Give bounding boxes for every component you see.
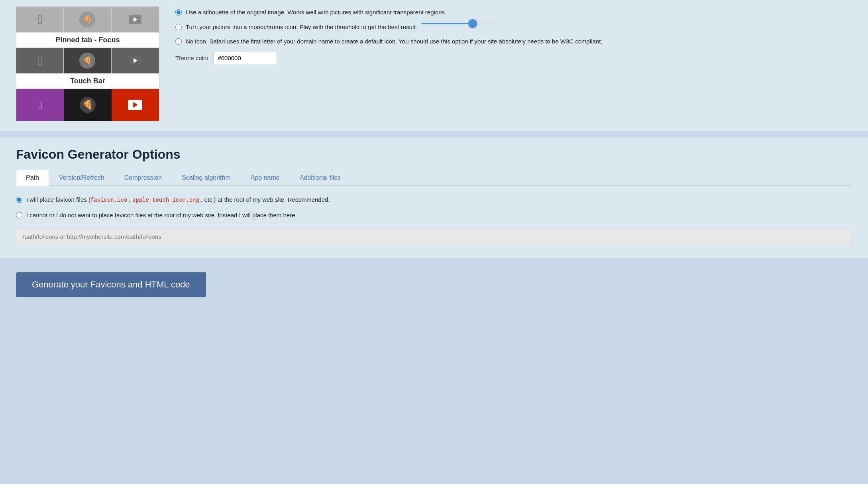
radio-path-custom[interactable]: [16, 212, 22, 218]
preview-panel:  🍕 Pinned tab - Focus  🍕: [16, 6, 159, 121]
tab-version[interactable]: Version/Refresh: [49, 170, 114, 185]
pinned-tab-label: Pinned tab - Focus: [16, 33, 159, 48]
path-option-root: I will place favicon files (favicon.ico …: [16, 195, 852, 205]
theme-color-label: Theme color: [175, 55, 208, 61]
tab-scaling[interactable]: Scaling algorithm: [172, 170, 241, 185]
radio-path-root[interactable]: [16, 197, 22, 203]
touch-bar-lion: 🍕: [64, 89, 111, 121]
radio-noicon-label: No icon. Safari uses the first letter of…: [186, 37, 603, 46]
path-option-custom-text: I cannot or I do not want to place favic…: [26, 211, 297, 220]
preview-cell-apple-dark: : [16, 48, 64, 73]
tab-additional[interactable]: Additional files: [290, 170, 351, 185]
custom-path-input[interactable]: [16, 228, 852, 245]
threshold-slider-fill: [421, 23, 473, 24]
generate-section: Generate your Favicons and HTML code: [0, 264, 868, 309]
threshold-slider-track: [421, 23, 501, 24]
radio-noicon[interactable]: [175, 38, 182, 45]
tabs-row: Path Version/Refresh Compression Scaling…: [16, 170, 852, 186]
tab-content-path: I will place favicon files (favicon.ico …: [16, 194, 852, 247]
threshold-slider-container: [421, 23, 501, 24]
options-panel: Use a silhouette of the original image. …: [175, 6, 852, 64]
preview-cell-youtube-dark: [112, 48, 159, 73]
tab-path[interactable]: Path: [16, 170, 49, 186]
favicon-options-title: Favicon Generator Options: [16, 147, 852, 162]
preview-cell-apple-light: : [16, 7, 64, 32]
radio-silhouette[interactable]: [175, 9, 182, 16]
preview-cell-youtube-light: [112, 7, 159, 32]
radio-option-silhouette: Use a silhouette of the original image. …: [175, 8, 852, 17]
path-sep: ,: [127, 196, 132, 203]
path-option-custom: I cannot or I do not want to place favic…: [16, 211, 852, 220]
radio-option-monochrome: Turn your picture into a monochrome icon…: [175, 23, 852, 32]
touch-bar-youtube: [112, 89, 159, 121]
tab-compression[interactable]: Compression: [114, 170, 172, 185]
favicon-options-section: Favicon Generator Options Path Version/R…: [0, 138, 868, 258]
top-section:  🍕 Pinned tab - Focus  🍕: [0, 0, 868, 131]
preview-cell-lion-light: 🍕: [64, 7, 111, 32]
touch-bar-apple: : [16, 89, 64, 121]
radio-monochrome-label: Turn your picture into a monochrome icon…: [186, 23, 417, 32]
tab-appname[interactable]: App name: [241, 170, 290, 185]
threshold-slider-thumb[interactable]: [468, 19, 477, 28]
path-option-pre: I will place favicon files (: [26, 196, 90, 203]
preview-cell-lion-dark: 🍕: [64, 48, 111, 73]
radio-monochrome[interactable]: [175, 24, 182, 30]
path-option-post: , etc.) at the root of my web site. Reco…: [199, 196, 330, 203]
theme-color-input[interactable]: [213, 52, 277, 64]
path-option-root-text: I will place favicon files (favicon.ico …: [26, 195, 330, 205]
theme-color-row: Theme color: [175, 52, 852, 64]
touch-bar-label: Touch Bar: [16, 74, 159, 89]
apple-touch-code: apple-touch-icon.png: [132, 197, 199, 203]
generate-button[interactable]: Generate your Favicons and HTML code: [16, 272, 206, 297]
touch-bar-preview:  🍕: [16, 89, 159, 121]
radio-silhouette-label: Use a silhouette of the original image. …: [186, 8, 446, 17]
radio-option-noicon: No icon. Safari uses the first letter of…: [175, 37, 852, 46]
favicon-ico-code: favicon.ico: [90, 197, 127, 203]
